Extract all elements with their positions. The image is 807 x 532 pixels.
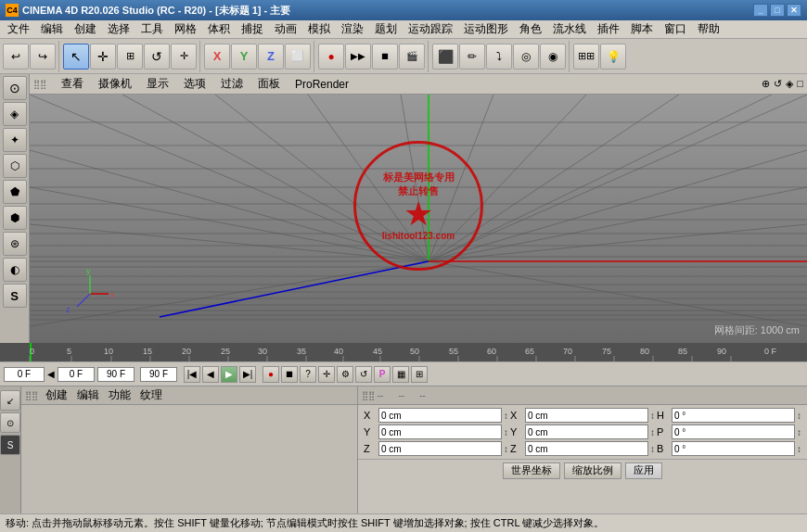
end-frame-input[interactable] xyxy=(97,367,134,382)
pen-button[interactable]: ✏ xyxy=(459,44,485,70)
minimize-button[interactable]: _ xyxy=(753,4,768,17)
menu-item-运动跟踪[interactable]: 运动跟踪 xyxy=(403,19,458,39)
menu-item-动画[interactable]: 动画 xyxy=(269,19,302,39)
redo-button[interactable]: ↪ xyxy=(30,44,56,70)
universal-transform-button[interactable]: ✛ xyxy=(171,44,197,70)
viewport-tab-prorender[interactable]: ProRender xyxy=(291,76,352,93)
timeline-area[interactable]: 0 5 10 15 20 25 30 35 40 45 50 55 xyxy=(0,343,807,361)
stop-button[interactable]: ⏹ xyxy=(372,44,398,70)
coord-h-input[interactable] xyxy=(672,408,795,423)
grid2-button[interactable]: ▦ xyxy=(392,366,409,383)
maximize-button[interactable]: □ xyxy=(770,4,785,17)
menu-item-选择[interactable]: 选择 xyxy=(102,19,135,39)
menu-item-运动图形[interactable]: 运动图形 xyxy=(458,19,514,39)
panel-tab-function[interactable]: 功能 xyxy=(105,386,134,404)
vp-icon-4[interactable]: □ xyxy=(797,78,803,90)
play-forward-button[interactable]: ▶ xyxy=(221,366,237,383)
record-active-button[interactable]: ● xyxy=(263,366,279,383)
viewport-3d[interactable]: 透视视图 xyxy=(30,95,807,343)
light-button[interactable]: 💡 xyxy=(600,44,626,70)
menu-item-模拟[interactable]: 模拟 xyxy=(302,19,336,39)
deform-button[interactable]: ⤵ xyxy=(486,44,512,70)
axis-x-button[interactable]: X xyxy=(204,44,230,70)
help-button[interactable]: ? xyxy=(300,366,316,383)
coord-x-pos-input[interactable] xyxy=(378,408,502,423)
panel-tab-edit[interactable]: 编辑 xyxy=(73,386,103,404)
menu-item-渲染[interactable]: 渲染 xyxy=(336,19,369,39)
vp-icon-3[interactable]: ◈ xyxy=(786,78,793,90)
sidebar-tool-1[interactable]: ◈ xyxy=(3,102,27,126)
menu-item-工具[interactable]: 工具 xyxy=(135,19,169,39)
menu-item-编辑[interactable]: 编辑 xyxy=(35,19,69,39)
view-settings-button[interactable]: ⊞⊞ xyxy=(573,44,599,70)
object-mode-button[interactable]: ⬜ xyxy=(285,44,311,70)
scale-ratio-button[interactable]: 缩放比例 xyxy=(564,462,621,479)
apply-button[interactable]: 应用 xyxy=(625,462,662,479)
lower-side-btn-3[interactable]: S xyxy=(0,435,20,455)
coord-z-size-input[interactable] xyxy=(525,441,648,456)
coord-p-input[interactable] xyxy=(672,424,795,439)
menu-item-窗口[interactable]: 窗口 xyxy=(659,19,692,39)
sidebar-tool-6[interactable]: ⊛ xyxy=(3,232,27,256)
sidebar-tool-4[interactable]: ⬟ xyxy=(3,180,27,204)
prev-frame-button[interactable]: ◀ xyxy=(202,366,219,383)
menu-item-帮助[interactable]: 帮助 xyxy=(692,19,725,39)
coord-b-input[interactable] xyxy=(672,441,795,456)
go-start-button[interactable]: |◀ xyxy=(184,366,200,383)
material-button[interactable]: ◉ xyxy=(540,44,566,70)
coord-z-pos-input[interactable] xyxy=(378,441,502,456)
menu-item-插件[interactable]: 插件 xyxy=(592,19,625,39)
record-button[interactable]: ● xyxy=(318,44,344,70)
sidebar-tool-3[interactable]: ⬡ xyxy=(3,154,27,178)
viewport-tab-filter[interactable]: 过滤 xyxy=(217,74,247,94)
menu-item-体积[interactable]: 体积 xyxy=(202,19,236,39)
menu-item-题划[interactable]: 题划 xyxy=(369,19,403,39)
world-coord-button[interactable]: 世界坐标 xyxy=(503,462,560,479)
undo-button[interactable]: ↩ xyxy=(3,44,29,70)
viewport-tab-panel[interactable]: 面板 xyxy=(254,74,284,94)
menu-item-创建[interactable]: 创建 xyxy=(69,19,102,39)
axis-y-button[interactable]: Y xyxy=(231,44,257,70)
sidebar-tool-7[interactable]: ◐ xyxy=(3,258,27,282)
viewport-tab-view[interactable]: 查看 xyxy=(58,74,87,94)
menu-item-捕捉[interactable]: 捕捉 xyxy=(236,19,269,39)
expand-button[interactable]: ⊞ xyxy=(411,366,428,383)
play-button[interactable]: ▶▶ xyxy=(345,44,371,70)
stop-anim-button[interactable]: ⏹ xyxy=(281,366,298,383)
move-tool-button[interactable] xyxy=(90,44,116,70)
viewport-tab-options[interactable]: 选项 xyxy=(180,74,210,94)
current-frame-input[interactable] xyxy=(4,367,45,382)
viewport-tab-display[interactable]: 显示 xyxy=(143,74,173,94)
lower-side-btn-2[interactable]: ⊙ xyxy=(0,412,20,433)
menu-item-角色[interactable]: 角色 xyxy=(514,19,547,39)
cube-button[interactable]: ⬛ xyxy=(432,44,458,70)
lower-side-btn-1[interactable]: ↙ xyxy=(0,390,20,411)
vp-icon-2[interactable]: ↺ xyxy=(774,78,782,90)
preview-end-input[interactable] xyxy=(140,367,177,382)
scale-tool-button[interactable]: ⊞ xyxy=(117,44,143,70)
sidebar-tool-2[interactable]: ✦ xyxy=(3,128,27,152)
position-button[interactable]: P xyxy=(374,366,391,383)
sidebar-tool-s[interactable]: S xyxy=(3,284,27,308)
panel-tab-texture[interactable]: 纹理 xyxy=(136,386,166,404)
viewport-tab-camera[interactable]: 摄像机 xyxy=(95,74,135,94)
coord-y-size-input[interactable] xyxy=(525,424,648,439)
menu-item-脚本[interactable]: 脚本 xyxy=(625,19,659,39)
menu-item-网格[interactable]: 网格 xyxy=(169,19,202,39)
menu-item-文件[interactable]: 文件 xyxy=(2,19,35,39)
axis-z-button[interactable]: Z xyxy=(258,44,284,70)
scene-button[interactable]: ◎ xyxy=(513,44,539,70)
vp-icon-1[interactable]: ⊕ xyxy=(762,78,770,90)
settings2-button[interactable]: ⚙ xyxy=(337,366,353,383)
start-frame-input[interactable] xyxy=(58,367,95,382)
menu-item-流水线[interactable]: 流水线 xyxy=(547,19,592,39)
add-key-button[interactable]: ✛ xyxy=(318,366,335,383)
loop-button[interactable]: ↺ xyxy=(355,366,372,383)
select-tool-button[interactable] xyxy=(63,44,89,70)
go-end-button[interactable]: ▶| xyxy=(239,366,256,383)
render-button[interactable]: 🎬 xyxy=(399,44,425,70)
sidebar-tool-0[interactable]: ⊙ xyxy=(3,76,27,100)
rotate-tool-button[interactable] xyxy=(144,44,170,70)
sidebar-tool-5[interactable]: ⬢ xyxy=(3,206,27,230)
coord-x-size-input[interactable] xyxy=(525,408,648,423)
